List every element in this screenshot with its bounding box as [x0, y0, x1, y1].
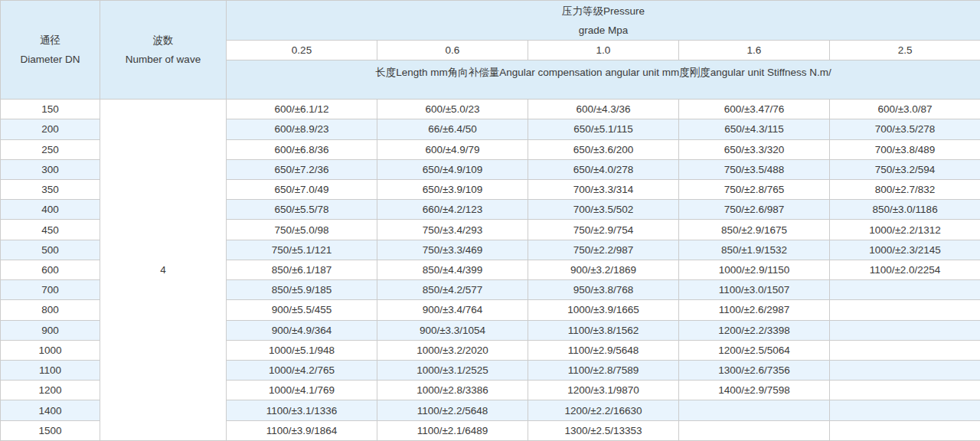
- dn-cell: 150: [1, 100, 100, 119]
- value-cell: 1000/±3.1/2525: [377, 360, 528, 380]
- dn-cell: 1400: [1, 400, 100, 420]
- value-cell: 850/±4.2/577: [377, 280, 528, 300]
- value-cell: 1100/±3.9/1864: [227, 420, 377, 440]
- value-cell: 900/±3.4/764: [377, 300, 528, 320]
- wave-header-en: Number of wave: [100, 50, 226, 69]
- value-cell: 600/±4.3/36: [528, 100, 679, 119]
- value-cell: 650/±7.0/49: [227, 179, 377, 199]
- dn-cell: 1500: [1, 420, 100, 440]
- value-cell: 1100/±3.0/1507: [679, 280, 830, 300]
- pressure-grade-header: 1.0: [528, 41, 679, 60]
- pressure-grade-title: 压力等级Pressure grade Mpa: [227, 1, 980, 41]
- value-cell: 700/±3.5/502: [528, 200, 679, 220]
- value-cell: 650/±3.6/200: [528, 139, 679, 159]
- value-cell: 650/±7.2/36: [227, 159, 377, 179]
- value-cell: 1300/±2.5/13353: [528, 420, 679, 440]
- value-cell: 750/±2.2/987: [528, 240, 679, 260]
- value-cell: 600/±4.9/79: [377, 139, 528, 159]
- dn-cell: 900: [1, 320, 100, 340]
- value-cell: [830, 381, 980, 400]
- value-cell: 650/±5.5/78: [227, 200, 377, 220]
- dn-cell: 700: [1, 280, 100, 300]
- value-cell: 1100/±2.6/2987: [679, 300, 830, 320]
- value-cell: 750/±3.5/488: [679, 159, 830, 179]
- value-cell: [679, 420, 830, 440]
- value-cell: 600/±6.1/12: [227, 100, 377, 119]
- value-cell: 1100/±3.1/1336: [227, 400, 377, 420]
- value-cell: 750/±2.9/754: [528, 220, 679, 240]
- value-cell: [679, 400, 830, 420]
- value-cell: [830, 420, 980, 440]
- value-cell: 1200/±2.2/3398: [679, 320, 830, 340]
- value-cell: 950/±3.8/768: [528, 280, 679, 300]
- pressure-grade-title-line1: 压力等级Pressure: [227, 2, 980, 21]
- value-cell: 800/±2.7/832: [830, 179, 980, 199]
- pressure-grade-header: 0.25: [227, 41, 377, 60]
- value-cell: 600/±8.9/23: [227, 119, 377, 139]
- value-cell: 1200/±3.1/9870: [528, 381, 679, 400]
- value-cell: 750/±3.4/293: [377, 220, 528, 240]
- wave-header-zh: 波数: [100, 31, 226, 50]
- value-cell: 1100/±3.8/1562: [528, 320, 679, 340]
- value-cell: 1000/±2.9/1150: [679, 260, 830, 279]
- value-cell: 750/±3.2/594: [830, 159, 980, 179]
- value-cell: 900/±3.2/1869: [528, 260, 679, 279]
- value-cell: 850/±1.9/1532: [679, 240, 830, 260]
- dn-cell: 300: [1, 159, 100, 179]
- value-cell: 750/±2.8/765: [679, 179, 830, 199]
- value-cell: 1000/±4.2/765: [227, 360, 377, 380]
- value-cell: 650/±5.1/115: [528, 119, 679, 139]
- value-cell: 600/±3.47/76: [679, 100, 830, 119]
- wave-count-cell: 4: [100, 100, 227, 441]
- diameter-header: 通径 Diameter DN: [1, 1, 100, 100]
- value-cell: [830, 360, 980, 380]
- value-cell: [830, 340, 980, 360]
- value-cell: 1100/±2.1/6489: [377, 420, 528, 440]
- value-cell: 1000/±5.1/948: [227, 340, 377, 360]
- dn-cell: 1100: [1, 360, 100, 380]
- value-cell: 1400/±2.9/7598: [679, 381, 830, 400]
- value-cell: 750/±3.3/469: [377, 240, 528, 260]
- value-cell: 700/±3.8/489: [830, 139, 980, 159]
- value-cell: 850/±3.0/1186: [830, 200, 980, 220]
- pressure-spec-table: 通径 Diameter DN 波数 Number of wave 压力等级Pre…: [0, 0, 980, 441]
- wave-header: 波数 Number of wave: [100, 1, 227, 100]
- value-cell: 1000/±2.8/3386: [377, 381, 528, 400]
- value-cell: 650/±3.9/109: [377, 179, 528, 199]
- value-cell: 650/±3.3/320: [679, 139, 830, 159]
- value-cell: 1100/±2.8/7589: [528, 360, 679, 380]
- value-cell: 600/±3.0/87: [830, 100, 980, 119]
- pressure-grade-title-line2: grade Mpa: [227, 21, 980, 40]
- value-cell: 1100/±2.9/5648: [528, 340, 679, 360]
- value-cell: 650/±4.3/115: [679, 119, 830, 139]
- value-cell: 600/±5.0/23: [377, 100, 528, 119]
- dn-cell: 800: [1, 300, 100, 320]
- value-cell: 1100/±2.2/5648: [377, 400, 528, 420]
- diameter-header-en: Diameter DN: [1, 50, 100, 69]
- pressure-grade-header: 0.6: [377, 41, 528, 60]
- value-cell: 750/±2.6/987: [679, 200, 830, 220]
- value-cell: 660/±4.2/123: [377, 200, 528, 220]
- dn-cell: 600: [1, 260, 100, 279]
- dn-cell: 200: [1, 119, 100, 139]
- value-cell: 700/±3.3/314: [528, 179, 679, 199]
- measure-note: 长度Length mm角向补偿量Angular compensation ang…: [227, 60, 980, 99]
- dn-cell: 350: [1, 179, 100, 199]
- value-cell: 600/±6.8/36: [227, 139, 377, 159]
- value-cell: 900/±3.3/1054: [377, 320, 528, 340]
- value-cell: 1300/±2.6/7356: [679, 360, 830, 380]
- value-cell: 850/±5.9/185: [227, 280, 377, 300]
- value-cell: 900/±4.9/364: [227, 320, 377, 340]
- dn-cell: 450: [1, 220, 100, 240]
- table-row: 1504600/±6.1/12600/±5.0/23600/±4.3/36600…: [1, 100, 980, 119]
- value-cell: 700/±3.5/278: [830, 119, 980, 139]
- value-cell: 750/±5.0/98: [227, 220, 377, 240]
- diameter-header-zh: 通径: [1, 31, 100, 50]
- dn-cell: 250: [1, 139, 100, 159]
- value-cell: 850/±2.9/1675: [679, 220, 830, 240]
- value-cell: 650/±4.0/278: [528, 159, 679, 179]
- dn-cell: 1200: [1, 381, 100, 400]
- value-cell: [830, 400, 980, 420]
- header-row-top: 通径 Diameter DN 波数 Number of wave 压力等级Pre…: [1, 1, 980, 41]
- value-cell: 900/±5.5/455: [227, 300, 377, 320]
